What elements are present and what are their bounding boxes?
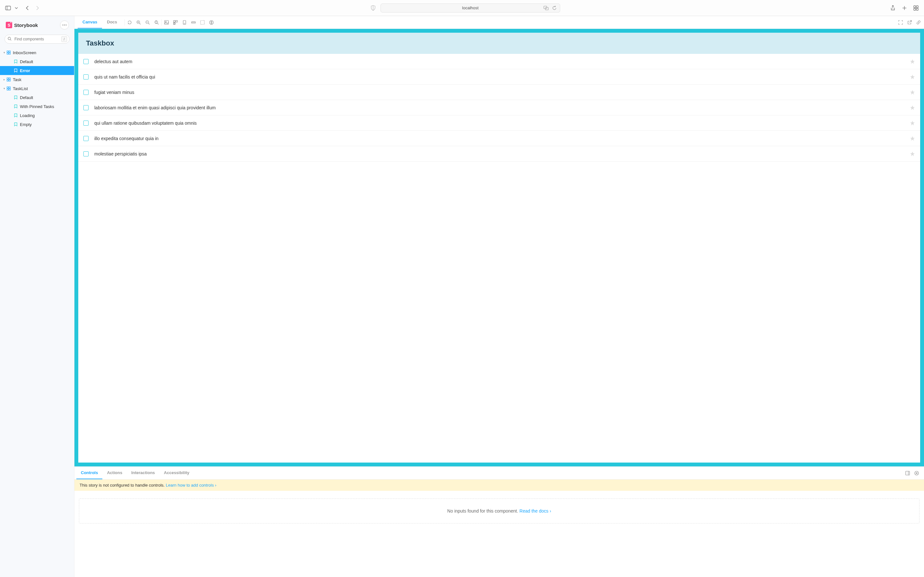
svg-rect-9 (914, 8, 916, 10)
story-tree: ▾InboxScreenDefaultError▸Task▾TaskListDe… (0, 47, 74, 577)
brand-name: Storybook (14, 23, 38, 28)
tree-item-label: InboxScreen (13, 50, 36, 55)
close-panel-icon[interactable] (914, 471, 919, 475)
svg-point-11 (63, 25, 63, 26)
share-icon[interactable] (890, 5, 896, 11)
story-icon (13, 113, 18, 117)
tree-item-label: Task (13, 77, 21, 82)
star-icon[interactable] (910, 136, 915, 141)
tab-canvas[interactable]: Canvas (78, 16, 102, 29)
task-checkbox[interactable] (83, 105, 89, 110)
storybook-logo[interactable]: S Storybook (6, 22, 38, 28)
forward-icon[interactable] (35, 5, 40, 11)
svg-rect-8 (916, 6, 918, 8)
tree-item-error[interactable]: Error (0, 66, 74, 75)
chevron-down-icon[interactable] (15, 5, 18, 11)
accessibility-icon[interactable] (209, 20, 214, 25)
no-inputs-message: No inputs found for this component. Read… (79, 498, 919, 524)
search-input[interactable] (5, 35, 69, 44)
task-row: delectus aut autem (78, 54, 920, 69)
task-checkbox[interactable] (83, 151, 89, 156)
addon-tab-controls[interactable]: Controls (76, 467, 102, 479)
star-icon[interactable] (910, 151, 915, 156)
sidebar: S Storybook / ▾InboxScreenDefaultError▸T… (0, 16, 74, 577)
address-bar[interactable]: localhost (381, 3, 560, 13)
star-icon[interactable] (910, 121, 915, 126)
docs-link[interactable]: Read the docs › (519, 508, 551, 514)
svg-rect-18 (7, 53, 9, 55)
svg-rect-37 (165, 21, 168, 24)
viewport-icon[interactable] (182, 20, 187, 25)
outline-icon[interactable] (200, 20, 205, 25)
search-shortcut: / (61, 36, 67, 42)
svg-rect-27 (9, 89, 11, 90)
addons-panel: ControlsActionsInteractionsAccessibility… (74, 466, 924, 577)
tree-item-empty[interactable]: Empty (0, 120, 74, 129)
tree-item-tasklist[interactable]: ▾TaskList (0, 84, 74, 93)
storybook-logo-mark: S (6, 22, 12, 28)
controls-warning: This story is not configured to handle c… (74, 480, 924, 491)
plus-icon[interactable] (901, 5, 907, 11)
zoom-reset-icon[interactable] (154, 20, 159, 25)
tree-item-loading[interactable]: Loading (0, 111, 74, 120)
task-checkbox[interactable] (83, 121, 89, 126)
tree-item-default[interactable]: Default (0, 57, 74, 66)
story-icon (13, 60, 18, 63)
star-icon[interactable] (910, 105, 915, 110)
star-icon[interactable] (910, 90, 915, 95)
link-icon[interactable] (916, 20, 921, 25)
zoom-out-icon[interactable] (145, 20, 150, 25)
warning-text: This story is not configured to handle c… (79, 483, 166, 488)
tree-item-default[interactable]: Default (0, 93, 74, 102)
panel-orientation-icon[interactable] (905, 471, 910, 475)
svg-point-12 (64, 25, 65, 26)
task-title: molestiae perspiciatis ipsa (94, 151, 910, 156)
taskbox-title: Taskbox (86, 39, 913, 47)
task-checkbox[interactable] (83, 136, 89, 141)
back-icon[interactable] (24, 5, 30, 11)
tree-item-inboxscreen[interactable]: ▾InboxScreen (0, 48, 74, 57)
star-icon[interactable] (910, 59, 915, 64)
tree-item-label: Default (20, 95, 33, 100)
warning-link[interactable]: Learn how to add controls › (166, 483, 216, 488)
sidebar-menu-button[interactable] (60, 21, 69, 29)
task-checkbox[interactable] (83, 59, 89, 64)
search-icon (8, 37, 11, 41)
background-icon[interactable] (164, 20, 169, 25)
translate-icon[interactable] (543, 5, 549, 11)
url-text: localhost (462, 5, 478, 10)
shield-icon[interactable] (370, 5, 376, 11)
measure-icon[interactable] (191, 20, 196, 25)
tab-docs[interactable]: Docs (102, 16, 122, 29)
tree-item-label: Default (20, 59, 33, 64)
star-icon[interactable] (910, 74, 915, 79)
svg-line-15 (10, 39, 11, 40)
svg-rect-39 (174, 21, 175, 22)
sidebar-toggle-icon[interactable] (5, 5, 11, 11)
addon-tab-accessibility[interactable]: Accessibility (160, 467, 194, 479)
caret-icon: ▾ (3, 87, 6, 90)
svg-point-13 (66, 25, 67, 26)
task-checkbox[interactable] (83, 90, 89, 95)
tabs-icon[interactable] (913, 5, 919, 11)
remount-icon[interactable] (128, 20, 132, 25)
svg-rect-40 (176, 21, 178, 22)
svg-rect-10 (916, 8, 918, 10)
svg-rect-22 (7, 80, 9, 81)
component-icon (6, 51, 11, 55)
open-external-icon[interactable] (907, 20, 912, 25)
story-icon (13, 105, 18, 108)
addon-tab-interactions[interactable]: Interactions (127, 467, 160, 479)
addon-tab-actions[interactable]: Actions (102, 467, 127, 479)
task-checkbox[interactable] (83, 74, 89, 79)
svg-rect-25 (9, 87, 11, 89)
zoom-in-icon[interactable] (136, 20, 141, 25)
svg-point-14 (8, 37, 11, 40)
fullscreen-icon[interactable] (898, 20, 903, 25)
svg-rect-49 (200, 21, 204, 24)
tree-item-with-pinned-tasks[interactable]: With Pinned Tasks (0, 102, 74, 111)
reload-icon[interactable] (551, 5, 557, 11)
tree-item-task[interactable]: ▸Task (0, 75, 74, 84)
svg-point-51 (211, 21, 212, 22)
grid-icon[interactable] (173, 20, 178, 25)
